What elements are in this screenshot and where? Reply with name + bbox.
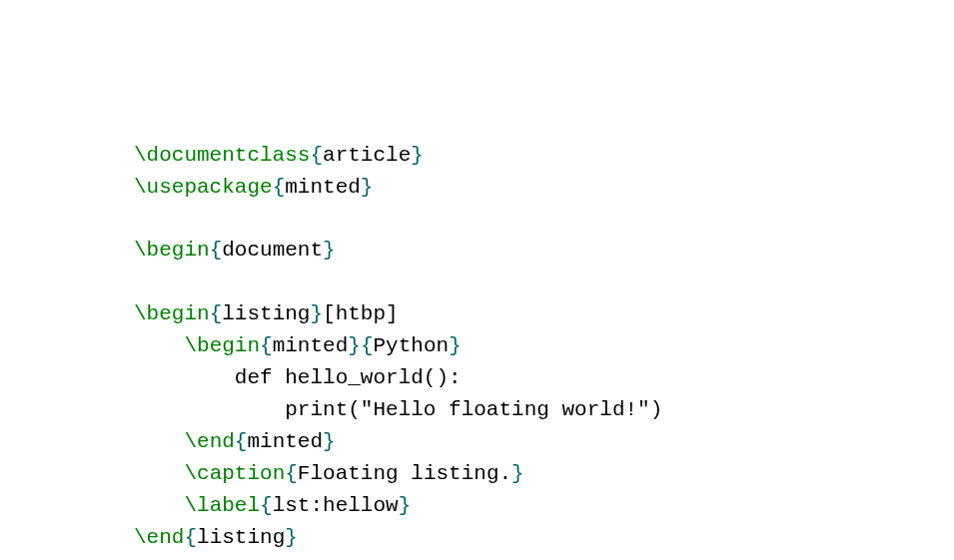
code-line: \caption{Floating listing.} [134, 458, 954, 490]
code-token: \documentclass [134, 144, 310, 167]
code-token: \begin [184, 334, 260, 357]
code-token [134, 494, 184, 517]
code-token: listing [197, 526, 285, 549]
code-line: def hello_world(): [134, 362, 954, 394]
code-token: { [285, 462, 298, 485]
code-token: document [222, 239, 323, 262]
code-token: } [285, 526, 298, 549]
code-token: } [323, 430, 336, 453]
code-token [134, 430, 184, 453]
latex-code-block: \documentclass{article}\usepackage{minte… [134, 140, 954, 560]
code-token: { [260, 494, 273, 517]
code-token: } [511, 462, 524, 485]
code-token: [htbp] [323, 302, 399, 325]
code-line [134, 553, 954, 560]
code-token: { [184, 526, 197, 549]
code-token: } [411, 144, 424, 167]
code-line: \begin{minted}{Python} [134, 330, 954, 362]
code-token: minted [285, 176, 361, 199]
code-token: minted [247, 430, 323, 453]
code-token: } [399, 494, 412, 517]
code-token: Python [374, 334, 450, 357]
code-token: { [260, 334, 273, 357]
code-token: }{ [348, 334, 373, 357]
code-line [134, 203, 954, 235]
code-token: Floating listing. [298, 462, 511, 485]
code-token: def hello_world(): [134, 366, 462, 389]
code-token: \caption [184, 462, 285, 485]
code-token: { [210, 239, 223, 262]
code-token: article [323, 144, 411, 167]
code-token: } [323, 239, 336, 262]
code-line: \end{listing} [134, 522, 954, 554]
code-token [134, 462, 184, 485]
code-line: \label{lst:hellow} [134, 490, 954, 522]
code-token: { [210, 302, 223, 325]
code-line: print("Hello floating world!") [134, 394, 954, 426]
code-token: } [449, 334, 462, 357]
code-token: print("Hello floating world!") [134, 398, 662, 421]
code-token: minted [273, 334, 349, 357]
code-token: \begin [134, 239, 210, 262]
code-token: \label [184, 494, 260, 517]
code-token: { [273, 176, 286, 199]
code-token [134, 334, 184, 357]
code-token: } [361, 176, 374, 199]
code-token: lst:hellow [273, 494, 399, 517]
code-token: \begin [134, 302, 210, 325]
code-line: \end{minted} [134, 426, 954, 458]
code-token: } [310, 302, 323, 325]
code-token: \end [134, 526, 184, 549]
code-token: \end [184, 430, 234, 453]
code-line [134, 267, 954, 298]
code-token: listing [222, 302, 310, 325]
code-token: \usepackage [134, 176, 273, 199]
code-line: \begin{document} [134, 235, 954, 267]
code-token: { [310, 144, 323, 167]
code-token: { [235, 430, 248, 453]
code-line: \documentclass{article} [134, 140, 954, 172]
code-line: \usepackage{minted} [134, 172, 954, 204]
code-line: \begin{listing}[htbp] [134, 298, 954, 330]
